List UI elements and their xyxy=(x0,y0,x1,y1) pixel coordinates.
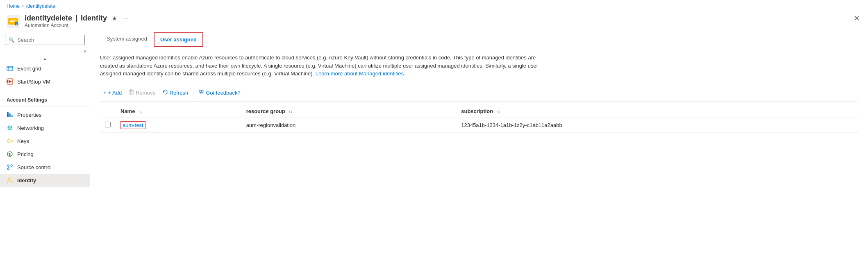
table-header-row: Name ↑↓ resource group ↑↓ subscription ↑… xyxy=(100,105,858,118)
keys-icon xyxy=(7,138,13,144)
table-row: aum-test aum-regionvalidation 12345a1b-1… xyxy=(100,118,858,132)
sidebar-item-event-grid[interactable]: Event grid xyxy=(0,62,90,75)
sidebar-item-label: Keys xyxy=(17,138,29,144)
search-icon: 🔍 xyxy=(9,37,15,43)
start-stop-icon xyxy=(7,78,13,85)
page-header: ✦ identitydelete | Identity ★ ··· Automa… xyxy=(0,12,868,32)
tabs-container: System assigned User assigned xyxy=(90,32,868,47)
search-input[interactable] xyxy=(17,37,81,43)
sidebar-item-label: Source control xyxy=(17,164,52,170)
svg-marker-10 xyxy=(9,80,12,83)
sidebar: 🔍 « ▲ Event grid xyxy=(0,32,90,267)
add-button[interactable]: + + Add xyxy=(100,88,125,97)
learn-more-link[interactable]: Learn more about Managed identities. xyxy=(316,70,405,77)
sort-icon-name: ↑↓ xyxy=(138,109,142,114)
svg-rect-2 xyxy=(10,20,16,20)
remove-button[interactable]: Remove xyxy=(125,88,159,98)
favorite-button[interactable]: ★ xyxy=(110,14,119,23)
trash-icon xyxy=(128,89,134,96)
resource-name: identitydelete xyxy=(25,14,72,23)
page-subtitle: Automation Account xyxy=(25,23,130,28)
main-layout: 🔍 « ▲ Event grid xyxy=(0,32,868,267)
column-header-subscription[interactable]: subscription ↑↓ xyxy=(456,105,858,118)
row-rg-cell: aum-regionvalidation xyxy=(241,118,457,132)
search-box[interactable]: 🔍 xyxy=(5,35,85,45)
tab-user-assigned[interactable]: User assigned xyxy=(154,32,203,47)
toolbar: + + Add Remove xyxy=(100,84,858,102)
column-header-resource-group[interactable]: resource group ↑↓ xyxy=(241,105,457,118)
content-area: User assigned managed identities enable … xyxy=(90,47,868,139)
sidebar-item-properties[interactable]: Properties xyxy=(0,108,90,121)
svg-point-25 xyxy=(7,165,9,166)
results-table: Name ↑↓ resource group ↑↓ subscription ↑… xyxy=(100,105,858,133)
pricing-icon: $ xyxy=(7,151,13,157)
svg-point-29 xyxy=(9,178,11,180)
svg-point-27 xyxy=(7,168,9,170)
source-control-icon xyxy=(7,164,13,170)
sidebar-divider xyxy=(0,90,90,90)
svg-rect-14 xyxy=(11,115,13,117)
identity-icon xyxy=(7,177,13,184)
row-subscription-cell: 12345a1b-1234-1a1b-1z2y-c1ab11a2aabb xyxy=(456,118,858,132)
page-name: Identity xyxy=(81,14,107,23)
collapse-sidebar-button[interactable]: « xyxy=(84,48,86,54)
sidebar-item-label: Properties xyxy=(17,112,41,118)
more-options-button[interactable]: ··· xyxy=(122,14,130,23)
close-button[interactable]: ✕ xyxy=(852,12,861,25)
breadcrumb: Home › identitydelete xyxy=(0,0,868,12)
sidebar-item-label: Event grid xyxy=(17,66,41,72)
refresh-icon xyxy=(162,89,168,96)
main-content: System assigned User assigned User assig… xyxy=(90,32,868,267)
breadcrumb-current[interactable]: identitydelete xyxy=(26,3,55,9)
row-checkbox[interactable] xyxy=(105,122,111,127)
svg-rect-6 xyxy=(7,66,13,70)
svg-rect-3 xyxy=(10,21,14,22)
svg-text:$: $ xyxy=(9,152,11,156)
sidebar-search-container: 🔍 xyxy=(0,32,90,48)
refresh-button[interactable]: Refresh xyxy=(159,88,192,98)
add-icon: + xyxy=(103,90,107,96)
svg-rect-13 xyxy=(9,113,11,117)
sidebar-item-label: Networking xyxy=(17,125,44,131)
row-checkbox-cell[interactable] xyxy=(100,118,116,132)
svg-marker-35 xyxy=(163,91,165,93)
event-grid-icon xyxy=(7,65,13,72)
sort-icon-rg: ↑↓ xyxy=(289,109,293,114)
identity-table: Name ↑↓ resource group ↑↓ subscription ↑… xyxy=(100,105,858,133)
svg-point-37 xyxy=(201,90,203,93)
feedback-button[interactable]: Got feedback? xyxy=(195,88,244,98)
account-settings-section: Account Settings xyxy=(0,92,90,104)
sidebar-item-source-control[interactable]: Source control xyxy=(0,161,90,174)
automation-account-icon: ✦ xyxy=(7,15,20,28)
description-text: User assigned managed identities enable … xyxy=(100,54,551,78)
checkbox-header xyxy=(100,105,116,118)
properties-icon xyxy=(7,111,13,118)
sidebar-item-label: Start/Stop VM xyxy=(17,79,50,85)
sidebar-item-start-stop-vm[interactable]: Start/Stop VM xyxy=(0,75,90,88)
scroll-up-indicator: ▲ xyxy=(0,56,90,62)
row-name-cell: aum-test xyxy=(116,118,241,132)
column-header-name[interactable]: Name ↑↓ xyxy=(116,105,241,118)
identity-name-link[interactable]: aum-test xyxy=(120,121,145,129)
svg-text:✦: ✦ xyxy=(16,23,18,25)
tab-system-assigned[interactable]: System assigned xyxy=(100,32,154,47)
feedback-icon xyxy=(198,89,204,96)
sidebar-item-label: Pricing xyxy=(17,151,34,157)
sidebar-item-identity[interactable]: Identity xyxy=(0,174,90,187)
svg-rect-30 xyxy=(129,91,133,94)
networking-icon xyxy=(7,125,13,131)
sidebar-item-pricing[interactable]: $ Pricing xyxy=(0,147,90,161)
sidebar-divider-2 xyxy=(0,106,90,107)
svg-point-19 xyxy=(7,140,10,143)
breadcrumb-home[interactable]: Home xyxy=(7,3,20,9)
title-separator: | xyxy=(75,14,77,23)
toolbar-separator xyxy=(193,88,193,97)
svg-rect-12 xyxy=(7,112,9,117)
svg-rect-11 xyxy=(7,80,8,83)
svg-point-26 xyxy=(11,165,12,166)
sidebar-item-label: Identity xyxy=(17,177,36,184)
sort-icon-sub: ↑↓ xyxy=(496,109,500,114)
sidebar-item-keys[interactable]: Keys xyxy=(0,134,90,147)
sidebar-item-networking[interactable]: Networking xyxy=(0,121,90,134)
